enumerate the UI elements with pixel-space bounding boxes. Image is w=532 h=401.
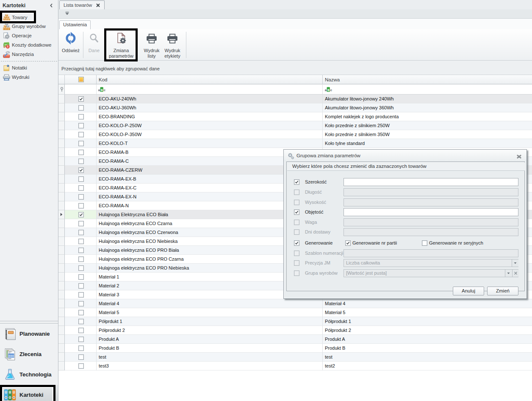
svg-text:c: c	[104, 88, 106, 92]
svg-text:B: B	[327, 88, 330, 92]
svg-text:B: B	[101, 88, 103, 92]
svg-text:c: c	[330, 88, 332, 92]
svg-text:a: a	[325, 88, 327, 92]
svg-text:a: a	[98, 88, 100, 92]
